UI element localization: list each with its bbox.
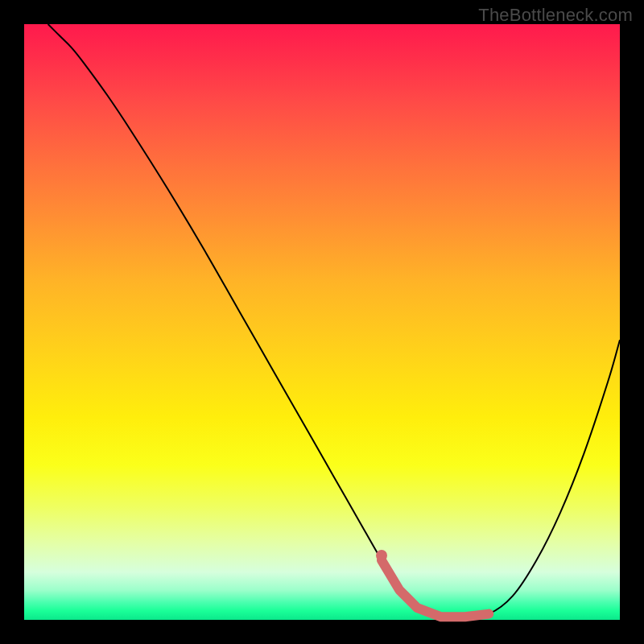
highlight-segment xyxy=(382,560,489,617)
curve-svg xyxy=(24,24,620,620)
bottleneck-curve xyxy=(48,24,620,617)
watermark-text: TheBottleneck.com xyxy=(478,5,633,26)
chart-container: TheBottleneck.com xyxy=(0,0,644,644)
highlight-start-dot xyxy=(376,550,387,561)
plot-area xyxy=(24,24,620,620)
